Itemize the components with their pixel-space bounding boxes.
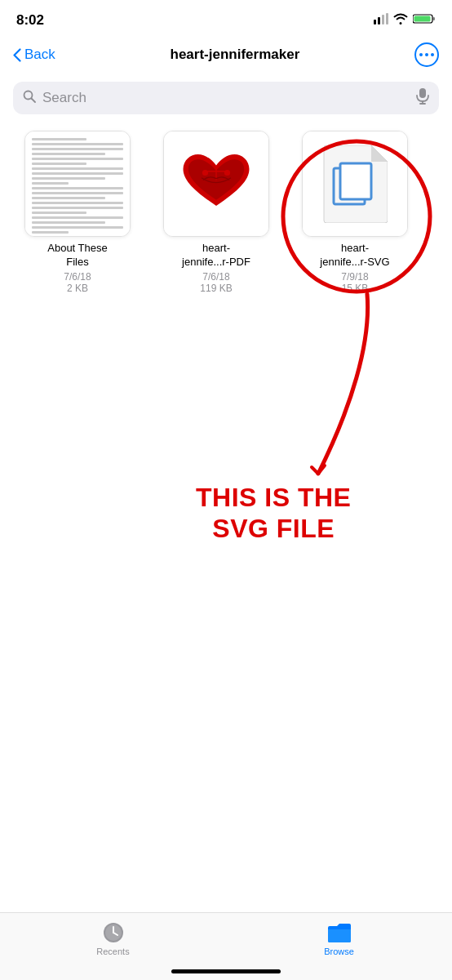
file-date-about: 7/6/18 [64,271,91,283]
file-thumbnail-pdf [163,131,269,237]
file-size-about: 2 KB [67,283,88,294]
svg-point-12 [202,170,208,176]
file-thumbnail-svg [302,131,408,237]
file-item-about[interactable]: About TheseFiles 7/6/18 2 KB [8,131,147,294]
file-name-about: About TheseFiles [47,242,107,270]
home-indicator [171,969,281,973]
more-dots-icon [419,53,434,56]
more-button[interactable] [414,42,439,67]
wifi-icon [393,13,408,28]
svg-rect-9 [419,88,426,98]
file-date-pdf: 7/6/18 [202,271,229,283]
svg-file-icon [322,145,388,223]
tab-recents-label: Recents [96,947,129,956]
tab-recents[interactable]: Recents [81,921,146,956]
file-grid: About TheseFiles 7/6/18 2 KB [0,122,452,302]
search-placeholder[interactable]: Search [42,90,410,106]
file-thumbnail-about [24,131,131,237]
recents-icon [102,921,125,944]
mic-icon [416,88,429,108]
tab-browse[interactable]: Browse [307,921,372,956]
back-label: Back [24,47,55,63]
search-icon [23,90,36,106]
pdf-preview [164,131,268,236]
svg-rect-5 [433,17,436,20]
chevron-left-icon [13,48,21,62]
text-preview [25,131,130,236]
svg-line-8 [32,99,36,103]
battery-icon [413,13,436,28]
svg-rect-15 [340,163,371,199]
svg-rect-6 [414,16,431,22]
back-button[interactable]: Back [13,47,55,63]
status-icons [374,13,436,28]
svg-point-13 [224,170,230,176]
svg-rect-3 [386,13,388,24]
file-item-pdf[interactable]: heart-jennife...r-PDF 7/6/18 119 KB [147,131,286,294]
tab-bar: Recents Browse [0,912,452,980]
nav-title: heart-jennifermaker [171,47,300,63]
status-time: 8:02 [16,12,44,29]
file-size-svg: 15 KB [342,283,369,294]
status-bar: 8:02 [0,0,452,36]
file-date-svg: 7/9/18 [341,271,368,283]
nav-bar: Back heart-jennifermaker [0,36,452,77]
annotation-label: THIS IS THESVG FILE [196,482,351,545]
file-name-svg: heart-jennife...r-SVG [320,242,389,270]
signal-icon [374,13,388,28]
tab-browse-label: Browse [324,947,354,956]
search-bar[interactable]: Search [13,82,439,114]
svg-rect-1 [378,17,380,24]
svg-rect-2 [382,15,384,24]
search-container: Search [0,77,452,122]
file-size-pdf: 119 KB [200,283,232,294]
file-name-pdf: heart-jennife...r-PDF [182,242,250,270]
svg-rect-0 [374,20,376,24]
browse-icon [326,921,352,944]
file-item-svg[interactable]: heart-jennife...r-SVG 7/9/18 15 KB [286,131,424,294]
